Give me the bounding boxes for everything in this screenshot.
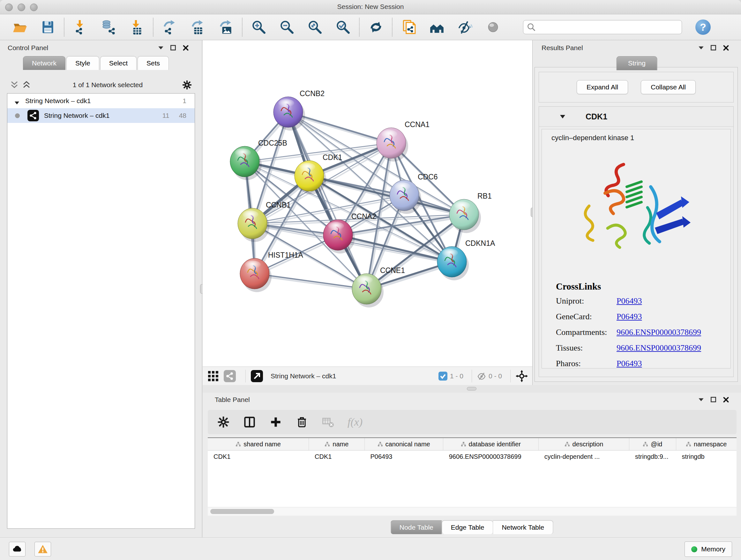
tab-network[interactable]: Network	[23, 56, 65, 70]
node-CDKN1A[interactable]	[437, 246, 469, 280]
edge-CCNB2-CCNE1[interactable]	[288, 112, 367, 289]
column-header-name[interactable]: name	[309, 438, 364, 450]
string-view-icon[interactable]	[224, 370, 236, 382]
table-settings-gear-icon[interactable]	[217, 415, 230, 429]
float-panel-icon[interactable]	[710, 44, 717, 51]
import-database-icon[interactable]	[101, 19, 117, 35]
home-networks-icon[interactable]	[429, 19, 445, 35]
panel-menu-icon[interactable]	[157, 44, 164, 51]
zoom-out-icon[interactable]	[279, 19, 294, 35]
help-button[interactable]: ?	[695, 19, 711, 35]
zoom-fit-icon[interactable]	[307, 19, 323, 35]
delete-column-icon[interactable]	[295, 415, 309, 429]
tab-edge-table[interactable]: Edge Table	[442, 520, 493, 534]
tab-style[interactable]: Style	[66, 56, 99, 70]
tab-string[interactable]: String	[616, 56, 657, 70]
clipboard-network-icon[interactable]	[401, 19, 416, 35]
network-label: String Network – cdk1	[44, 112, 110, 119]
gray-eye-icon[interactable]	[485, 19, 501, 35]
show-columns-icon[interactable]	[243, 415, 256, 429]
column-header-canonical-name[interactable]: canonical name	[365, 438, 443, 450]
table-horizontal-scrollbar[interactable]	[208, 507, 737, 516]
zoom-selected-icon[interactable]	[335, 19, 351, 35]
toolbar-separator	[392, 18, 393, 37]
close-panel-icon[interactable]	[723, 44, 730, 51]
open-folder-icon[interactable]	[12, 19, 27, 35]
hidden-eye-icon[interactable]	[477, 372, 486, 381]
grid-view-icon[interactable]	[207, 370, 219, 382]
tree-expander-icon[interactable]	[14, 99, 19, 103]
hide-eye-icon[interactable]	[457, 19, 473, 35]
node-label-CDC6: CDC6	[418, 173, 438, 181]
crosslink-value-link[interactable]: P06493	[616, 359, 642, 368]
node-RB1[interactable]	[449, 199, 481, 233]
node-count: 11	[162, 112, 170, 119]
column-header-label: shared name	[244, 441, 281, 448]
node-label-CCNE1: CCNE1	[380, 266, 405, 274]
search-field[interactable]	[523, 20, 682, 34]
scrollbar-thumb[interactable]	[210, 509, 274, 514]
crosslink-value-link[interactable]: P06493	[616, 312, 642, 321]
export-network-icon[interactable]	[162, 19, 178, 35]
memory-status-dot	[691, 546, 697, 552]
collapse-all-networks-icon[interactable]	[10, 81, 19, 89]
control-panel-title: Control Panel	[8, 44, 48, 52]
crosslink-value-link[interactable]: P06493	[616, 296, 642, 306]
refresh-network-icon[interactable]	[368, 19, 384, 35]
expand-all-networks-icon[interactable]	[22, 81, 31, 89]
warnings-button[interactable]	[35, 542, 51, 557]
collapse-all-button[interactable]: Collapse All	[641, 80, 696, 94]
search-input[interactable]	[536, 23, 682, 31]
column-header-@id[interactable]: @id	[629, 438, 676, 450]
crosslinks-title: CrossLinks	[556, 281, 731, 292]
close-panel-icon[interactable]	[723, 396, 730, 403]
node-label-CDC25B: CDC25B	[258, 139, 287, 147]
save-session-icon[interactable]	[40, 19, 56, 35]
network-view-canvas[interactable]: CCNB2CCNA1CDC25BCDK1CDC6RB1CCNB1CCNA2CDK…	[203, 40, 532, 367]
network-options-gear-icon[interactable]	[182, 79, 192, 90]
gene-section-header[interactable]: CDK1	[539, 107, 733, 127]
control-panel-tabs: NetworkStyleSelectSets	[23, 56, 170, 70]
horizontal-splitter-handle[interactable]	[467, 387, 476, 390]
float-panel-icon[interactable]	[170, 44, 177, 51]
export-image-icon[interactable]	[218, 19, 233, 35]
panel-menu-icon[interactable]	[697, 396, 704, 403]
tab-sets[interactable]: Sets	[138, 56, 169, 70]
node-label-CCNB2: CCNB2	[300, 89, 325, 98]
crosslink-row: Uniprot:P06493	[556, 296, 731, 306]
collapse-section-icon[interactable]	[559, 114, 566, 119]
crosslink-label: Compartments:	[556, 327, 616, 337]
memory-button[interactable]: Memory	[684, 542, 732, 557]
table-row[interactable]: CDK1CDK1P064939606.ENSP00000378699cyclin…	[208, 450, 737, 462]
column-header-namespace[interactable]: namespace	[676, 438, 737, 450]
column-header-shared-name[interactable]: shared name	[208, 438, 309, 450]
crosslink-value-link[interactable]: 9606.ENSP00000378699	[616, 343, 701, 353]
close-panel-icon[interactable]	[182, 44, 189, 51]
toolbar-separator	[242, 18, 243, 37]
node-label-CCNB1: CCNB1	[266, 201, 291, 209]
column-header-database-identifier[interactable]: database identifier	[443, 438, 539, 450]
export-table-icon[interactable]	[190, 19, 205, 35]
tab-node-table[interactable]: Node Table	[391, 520, 442, 534]
column-header-label: database identifier	[469, 441, 521, 448]
selected-count: 1 - 0	[450, 372, 463, 380]
column-header-description[interactable]: description	[539, 438, 629, 450]
network-row[interactable]: String Network – cdk1 11 48	[7, 108, 195, 123]
cloud-status-button[interactable]	[9, 542, 25, 557]
network-collection-row[interactable]: String Network – cdk1 1	[7, 94, 195, 108]
selected-checkbox-icon[interactable]	[439, 372, 448, 381]
tab-network-table[interactable]: Network Table	[493, 520, 553, 534]
import-network-icon[interactable]	[73, 19, 88, 35]
fit-selected-crosshair-icon[interactable]	[516, 370, 528, 382]
zoom-in-icon[interactable]	[251, 19, 266, 35]
node-CCNA1[interactable]	[377, 128, 408, 162]
float-panel-icon[interactable]	[710, 396, 717, 403]
expand-all-button[interactable]: Expand All	[577, 80, 628, 94]
panel-menu-icon[interactable]	[697, 44, 704, 51]
node-HIST1H1A[interactable]	[240, 258, 272, 292]
tab-select[interactable]: Select	[100, 56, 137, 70]
birdseye-view-icon[interactable]	[251, 370, 263, 382]
crosslink-value-link[interactable]: 9606.ENSP00000378699	[616, 327, 701, 337]
add-column-icon[interactable]	[269, 415, 282, 429]
import-table-icon[interactable]	[129, 19, 145, 35]
